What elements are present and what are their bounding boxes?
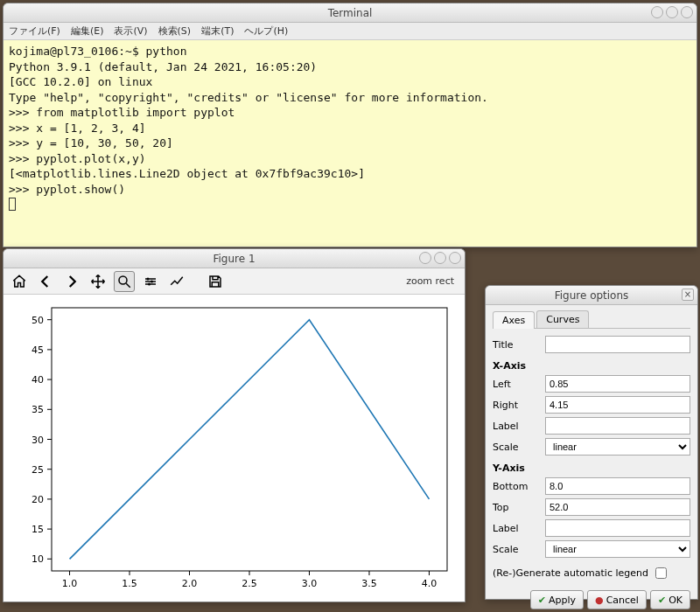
terminal-line: >>> from matplotlib import pyplot [9, 106, 234, 119]
terminal-content[interactable]: kojima@pl73_0106:~$ python Python 3.9.1 … [4, 40, 696, 247]
svg-text:2.5: 2.5 [242, 578, 257, 589]
terminal-cursor [9, 198, 16, 211]
zoom-button[interactable] [114, 271, 135, 292]
svg-text:1.0: 1.0 [62, 578, 78, 589]
svg-text:25: 25 [32, 464, 44, 476]
label-legend: (Re-)Generate automatic legend [493, 567, 648, 579]
terminal-line: Python 3.9.1 (default, Jan 24 2021, 16:0… [9, 60, 317, 73]
menu-help[interactable]: ヘルプ(H) [244, 24, 288, 38]
svg-text:20: 20 [32, 494, 44, 505]
svg-point-2 [150, 280, 153, 282]
svg-text:10: 10 [32, 553, 44, 565]
pan-button[interactable] [88, 271, 108, 292]
svg-text:40: 40 [32, 374, 44, 386]
svg-point-3 [148, 282, 150, 285]
svg-text:3.5: 3.5 [361, 578, 377, 589]
input-y-label[interactable] [545, 519, 690, 537]
terminal-line: [GCC 10.2.0] on linux [9, 75, 152, 88]
back-button[interactable] [35, 271, 56, 292]
options-title: Figure options [555, 289, 629, 302]
home-button[interactable] [9, 271, 30, 292]
label-title: Title [493, 339, 545, 351]
terminal-title: Terminal [328, 7, 373, 19]
forward-button[interactable] [61, 271, 82, 292]
chart-plot: 1.01.52.02.53.03.54.0101520253035404550 [4, 295, 465, 602]
options-titlebar[interactable]: Figure options × [486, 286, 697, 305]
figure-options-dialog: Figure options × Axes Curves Title X-Axi… [485, 285, 698, 600]
figure-titlebar[interactable]: Figure 1 [4, 249, 465, 268]
svg-text:3.0: 3.0 [302, 578, 318, 589]
figure-toolbar: zoom rect [4, 268, 465, 295]
ok-button[interactable]: ✔ OK [650, 590, 690, 609]
svg-point-0 [119, 276, 127, 284]
terminal-line: kojima@pl73_0106:~$ python [9, 45, 187, 58]
tab-axes[interactable]: Axes [493, 311, 535, 329]
label-y-label: Label [493, 523, 545, 534]
terminal-window: Terminal ファイル(F) 編集(E) 表示(V) 検索(S) 端末(T)… [3, 3, 697, 247]
figure-window: Figure 1 zoom rect 1.01.52.02.53.03.54.0… [3, 248, 466, 602]
terminal-menubar: ファイル(F) 編集(E) 表示(V) 検索(S) 端末(T) ヘルプ(H) [4, 23, 696, 40]
label-top: Top [493, 502, 545, 513]
maximize-button[interactable] [666, 6, 678, 18]
svg-rect-4 [52, 308, 447, 571]
svg-text:15: 15 [32, 524, 44, 535]
terminal-line: >>> x = [1, 2, 3, 4] [9, 122, 146, 135]
svg-text:4.0: 4.0 [422, 578, 438, 589]
input-title[interactable] [545, 336, 690, 353]
menu-terminal[interactable]: 端末(T) [201, 24, 234, 38]
section-yaxis: Y-Axis [493, 462, 690, 474]
label-x-label: Label [493, 421, 545, 432]
figure-canvas[interactable]: 1.01.52.02.53.03.54.0101520253035404550 [4, 295, 465, 602]
input-x-label[interactable] [545, 417, 690, 435]
label-left: Left [493, 379, 545, 390]
save-button[interactable] [205, 271, 226, 292]
svg-text:2.0: 2.0 [182, 578, 198, 589]
terminal-line: >>> pyplot.show() [9, 183, 125, 196]
select-y-scale[interactable]: linear [545, 540, 690, 558]
svg-point-1 [147, 277, 150, 280]
apply-button[interactable]: ✔ Apply [530, 590, 584, 609]
terminal-line: >>> pyplot.plot(x,y) [9, 152, 146, 165]
input-y-bottom[interactable] [545, 477, 690, 495]
menu-edit[interactable]: 編集(E) [71, 24, 104, 38]
figure-title: Figure 1 [213, 253, 255, 265]
terminal-line: [<matplotlib.lines.Line2D object at 0x7f… [9, 167, 365, 180]
select-x-scale[interactable]: linear [545, 438, 690, 456]
cancel-icon: ● [595, 595, 604, 606]
svg-text:50: 50 [32, 315, 44, 326]
label-right: Right [493, 400, 545, 411]
menu-search[interactable]: 検索(S) [158, 24, 192, 38]
menu-view[interactable]: 表示(V) [114, 24, 147, 38]
svg-text:45: 45 [32, 344, 44, 356]
subplots-button[interactable] [140, 271, 161, 292]
minimize-button[interactable] [419, 252, 431, 264]
options-tabs: Axes Curves [493, 310, 690, 329]
figure-options-button[interactable] [166, 271, 187, 292]
checkbox-legend[interactable] [655, 567, 667, 579]
ok-icon: ✔ [658, 595, 666, 606]
close-button[interactable] [449, 252, 461, 264]
check-icon: ✔ [538, 595, 546, 606]
section-xaxis: X-Axis [493, 360, 690, 372]
svg-text:1.5: 1.5 [122, 578, 137, 589]
toolbar-hint: zoom rect [406, 275, 459, 287]
close-button[interactable] [681, 6, 693, 18]
menu-file[interactable]: ファイル(F) [9, 24, 60, 38]
cancel-button[interactable]: ● Cancel [587, 590, 647, 609]
terminal-line: >>> y = [10, 30, 50, 20] [9, 136, 173, 150]
terminal-titlebar[interactable]: Terminal [4, 3, 696, 23]
input-x-left[interactable] [545, 375, 690, 393]
close-icon[interactable]: × [682, 289, 694, 301]
label-y-scale: Scale [493, 544, 545, 555]
label-bottom: Bottom [493, 481, 545, 492]
tab-curves[interactable]: Curves [536, 310, 589, 328]
input-y-top[interactable] [545, 498, 690, 516]
maximize-button[interactable] [434, 252, 446, 264]
minimize-button[interactable] [651, 6, 663, 18]
input-x-right[interactable] [545, 396, 690, 414]
svg-text:35: 35 [32, 404, 44, 415]
label-x-scale: Scale [493, 442, 545, 453]
svg-text:30: 30 [32, 435, 44, 446]
terminal-line: Type "help", "copyright", "credits" or "… [9, 91, 488, 104]
